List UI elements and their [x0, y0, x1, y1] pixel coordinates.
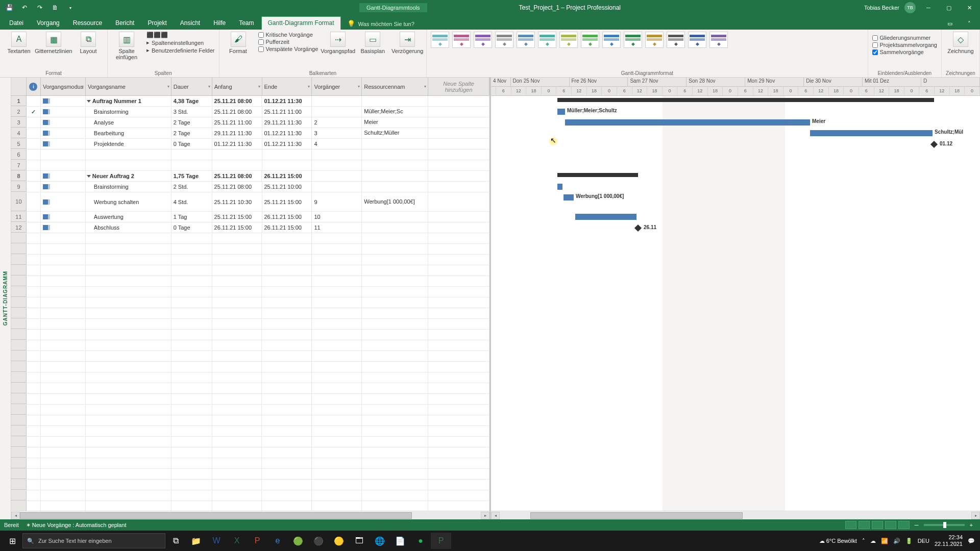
undo-icon[interactable]: ↶	[19, 3, 30, 13]
excel-icon[interactable]: X	[227, 533, 247, 549]
col-resources[interactable]: Ressourcennam▾	[362, 78, 428, 95]
col-name[interactable]: Vorgangsname▾	[86, 78, 172, 95]
table-row[interactable]	[11, 469, 489, 480]
chrome-icon[interactable]: 🟢	[288, 533, 308, 549]
table-row[interactable]: 10Werbung schalten4 Std.25.11.21 10:3025…	[11, 192, 489, 212]
redo-icon[interactable]: ↷	[35, 3, 45, 13]
tab-ressource[interactable]: Ressource	[67, 17, 108, 30]
verzogerung-button[interactable]: ⇥Verzögerung	[393, 32, 422, 54]
table-row[interactable]	[11, 426, 489, 437]
taskbar-search[interactable]: 🔍 Zur Suche Text hier eingeben	[22, 533, 165, 548]
language-indicator[interactable]: DEU	[918, 538, 929, 544]
tab-vorgang[interactable]: Vorgang	[31, 17, 66, 30]
view-report-icon[interactable]	[898, 521, 910, 529]
project-icon[interactable]: P	[431, 533, 451, 549]
table-row[interactable]	[11, 372, 489, 383]
gantt-style-swatch[interactable]: ◆	[452, 32, 471, 48]
spalte-einfugen-button[interactable]: ▥Spalte einfügen	[112, 32, 141, 60]
maximize-button[interactable]: ▢	[941, 2, 957, 14]
gantt-style-swatch[interactable]: ◆	[688, 32, 706, 48]
table-row[interactable]	[11, 405, 489, 415]
col-duration[interactable]: Dauer▾	[172, 78, 212, 95]
table-row[interactable]: 4Bearbeitung2 Tage29.11.21 11:3001.12.21…	[11, 128, 489, 139]
volume-icon[interactable]: 🔊	[893, 538, 900, 544]
textarten-button[interactable]: ATextarten	[4, 32, 34, 54]
table-row[interactable]	[11, 308, 489, 319]
view-sidebar[interactable]: GANTT-DIAGRAMM	[0, 78, 11, 519]
table-row[interactable]: 9Brainstorming2 Std.25.11.21 08:0025.11.…	[11, 182, 489, 192]
gantt-style-swatch[interactable]: ◆	[624, 32, 642, 48]
gantt-milestone[interactable]	[634, 224, 642, 232]
table-row[interactable]	[11, 480, 489, 490]
table-row[interactable]: 11Auswertung1 Tag25.11.21 15:0026.11.21 …	[11, 212, 489, 222]
gantt-bars-area[interactable]: ↖ Müller;Meier;SchultzMeierSchultz;Mül01…	[491, 96, 980, 511]
table-row[interactable]: 2✓Brainstorming3 Std.25.11.21 08:0025.11…	[11, 107, 489, 117]
tell-me-search[interactable]: 💡 Was möchten Sie tun?	[342, 18, 420, 30]
verspatete-check[interactable]: Verspätete Vorgänge	[258, 46, 318, 52]
table-row[interactable]	[11, 255, 489, 265]
scroll-left-icon[interactable]: ◂	[11, 512, 20, 519]
save-icon[interactable]: 💾	[4, 3, 14, 13]
zoom-out-icon[interactable]: ─	[912, 522, 922, 528]
tray-chevron-icon[interactable]: ˄	[862, 538, 865, 544]
edge-icon[interactable]: 🌐	[370, 533, 390, 549]
gantt-style-swatch[interactable]: ◆	[645, 32, 664, 48]
gantt-style-swatch[interactable]: ◆	[602, 32, 621, 48]
tab-bericht[interactable]: Bericht	[109, 17, 140, 30]
clock[interactable]: 22:34 22.11.2021	[935, 534, 963, 547]
table-row[interactable]	[11, 447, 489, 458]
col-number[interactable]	[11, 78, 27, 95]
table-row[interactable]	[11, 383, 489, 394]
layout-button[interactable]: ⧉Layout	[74, 32, 103, 54]
table-row[interactable]	[11, 415, 489, 426]
tab-projekt[interactable]: Projekt	[141, 17, 173, 30]
table-row[interactable]	[11, 297, 489, 308]
obs-icon[interactable]: ⚫	[308, 533, 329, 549]
table-row[interactable]: 7	[11, 160, 489, 171]
notifications-icon[interactable]: 💬	[968, 538, 975, 544]
table-row[interactable]	[11, 351, 489, 362]
pufferzeit-check[interactable]: Pufferzeit	[258, 39, 318, 45]
gantt-task-bar[interactable]	[557, 184, 562, 190]
table-row[interactable]: 6	[11, 149, 489, 160]
weather-widget[interactable]: ☁ 6°C Bewölkt	[819, 538, 857, 544]
table-row[interactable]	[11, 276, 489, 287]
spotify-icon[interactable]: ●	[410, 533, 431, 549]
table-row[interactable]: 8Neuer Auftrag 21,75 Tage25.11.21 08:002…	[11, 171, 489, 182]
table-row[interactable]	[11, 340, 489, 351]
vorgangspfad-button[interactable]: ⇢Vorgangspfad	[323, 32, 353, 54]
qat-customize-icon[interactable]: ▾	[65, 3, 76, 13]
table-row[interactable]	[11, 437, 489, 447]
view-task-usage-icon[interactable]	[859, 521, 870, 529]
battery-icon[interactable]: 🔋	[905, 538, 913, 544]
app-icon-1[interactable]: 🟡	[329, 533, 349, 549]
gantt-style-swatch[interactable]: ◆	[474, 32, 492, 48]
gantt-task-bar[interactable]	[810, 130, 933, 136]
tab-gantt-format[interactable]: Gantt-Diagramm Format	[261, 16, 341, 30]
kritische-check[interactable]: Kritische Vorgänge	[258, 32, 318, 38]
powerpoint-icon[interactable]: P	[247, 533, 267, 549]
edge-legacy-icon[interactable]: e	[267, 533, 288, 549]
table-row[interactable]	[11, 394, 489, 405]
collapse-ribbon-icon[interactable]: ˄	[962, 17, 977, 30]
col-mode[interactable]: Vorgangsmodus▾	[41, 78, 86, 95]
zoom-in-icon[interactable]: +	[967, 522, 976, 528]
gantt-style-swatch[interactable]: ◆	[431, 32, 449, 48]
align-row[interactable]: ⬛⬛⬛	[146, 32, 215, 38]
table-row[interactable]	[11, 362, 489, 372]
zeichnung-button[interactable]: ◇Zeichnung	[946, 32, 975, 54]
close-button[interactable]: ✕	[962, 2, 977, 14]
scroll-right-icon[interactable]: ▸	[481, 512, 489, 519]
view-gantt-icon[interactable]	[845, 521, 856, 529]
col-end[interactable]: Ende▾	[262, 78, 312, 95]
scroll-thumb[interactable]	[20, 512, 412, 519]
grid-body[interactable]: 1Auftrag Nummer 14,38 Tage25.11.21 08:00…	[11, 96, 489, 511]
table-row[interactable]: 3Analyse2 Tage25.11.21 11:0029.11.21 11:…	[11, 117, 489, 128]
gantt-style-swatch[interactable]: ◆	[559, 32, 578, 48]
view-resource-sheet-icon[interactable]	[885, 521, 896, 529]
gantt-style-swatch[interactable]: ◆	[495, 32, 513, 48]
table-row[interactable]	[11, 490, 489, 501]
col-start[interactable]: Anfang▾	[212, 78, 262, 95]
minimize-button[interactable]: ─	[921, 2, 936, 14]
table-row[interactable]	[11, 265, 489, 276]
